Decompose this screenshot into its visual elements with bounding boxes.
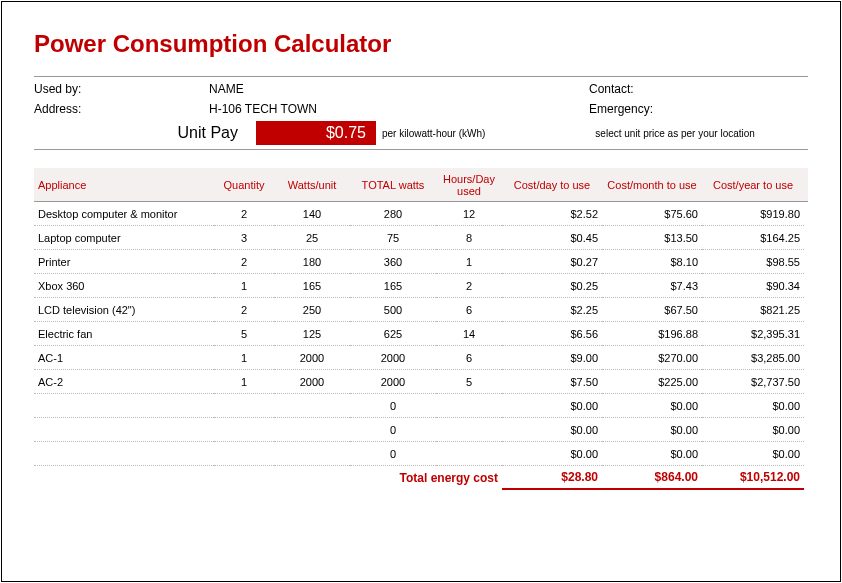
used-by-value[interactable]: NAME xyxy=(209,82,589,96)
table-row: AC-11200020006$9.00$270.00$3,285.00 xyxy=(34,346,808,370)
hours-day-cell[interactable]: 1 xyxy=(436,250,502,274)
hours-day-cell[interactable]: 6 xyxy=(436,298,502,322)
watts-unit-cell[interactable]: 125 xyxy=(274,322,350,346)
appliance-table: Appliance Quantity Watts/unit TOTAL watt… xyxy=(34,168,808,490)
table-row: 0$0.00$0.00$0.00 xyxy=(34,394,808,418)
total-watts-cell: 500 xyxy=(350,298,436,322)
cost-day-cell: $0.00 xyxy=(502,442,602,466)
info-block: Used by: NAME Contact: Address: H-106 TE… xyxy=(34,76,808,150)
appliance-cell[interactable]: Printer xyxy=(34,250,214,274)
cost-day-cell: $2.52 xyxy=(502,202,602,226)
cost-year-cell: $919.80 xyxy=(702,202,804,226)
table-row: Desktop computer & monitor214028012$2.52… xyxy=(34,202,808,226)
cost-year-cell: $3,285.00 xyxy=(702,346,804,370)
quantity-cell[interactable]: 1 xyxy=(214,274,274,298)
address-value[interactable]: H-106 TECH TOWN xyxy=(209,102,589,116)
table-row: 0$0.00$0.00$0.00 xyxy=(34,442,808,466)
watts-unit-cell[interactable] xyxy=(274,442,350,466)
hours-day-cell[interactable]: 5 xyxy=(436,370,502,394)
hours-day-cell[interactable]: 14 xyxy=(436,322,502,346)
appliance-cell[interactable] xyxy=(34,442,214,466)
table-row: Printer21803601$0.27$8.10$98.55 xyxy=(34,250,808,274)
hours-day-cell[interactable]: 2 xyxy=(436,274,502,298)
total-watts-cell: 0 xyxy=(350,418,436,442)
col-header-total-watts: TOTAL watts xyxy=(350,177,436,193)
cost-month-cell: $13.50 xyxy=(602,226,702,250)
watts-unit-cell[interactable]: 140 xyxy=(274,202,350,226)
watts-unit-cell[interactable]: 180 xyxy=(274,250,350,274)
total-watts-cell: 0 xyxy=(350,394,436,418)
cost-day-cell: $0.27 xyxy=(502,250,602,274)
col-header-cost-month: Cost/month to use xyxy=(602,177,702,193)
table-row: 0$0.00$0.00$0.00 xyxy=(34,418,808,442)
unit-pay-row: Unit Pay $0.75 per kilowatt-hour (kWh) s… xyxy=(34,119,808,147)
watts-unit-cell[interactable]: 2000 xyxy=(274,370,350,394)
total-row: Total energy cost $28.80 $864.00 $10,512… xyxy=(34,466,808,490)
cost-month-cell: $0.00 xyxy=(602,418,702,442)
hours-day-cell[interactable] xyxy=(436,442,502,466)
quantity-cell[interactable] xyxy=(214,418,274,442)
col-header-appliance: Appliance xyxy=(34,177,214,193)
appliance-cell[interactable]: AC-2 xyxy=(34,370,214,394)
table-row: Electric fan512562514$6.56$196.88$2,395.… xyxy=(34,322,808,346)
quantity-cell[interactable]: 3 xyxy=(214,226,274,250)
cost-month-cell: $196.88 xyxy=(602,322,702,346)
cost-year-cell: $164.25 xyxy=(702,226,804,250)
used-by-label: Used by: xyxy=(34,82,209,96)
appliance-cell[interactable]: Desktop computer & monitor xyxy=(34,202,214,226)
quantity-cell[interactable]: 2 xyxy=(214,250,274,274)
hours-day-cell[interactable] xyxy=(436,394,502,418)
cost-month-cell: $8.10 xyxy=(602,250,702,274)
hours-day-cell[interactable]: 8 xyxy=(436,226,502,250)
cost-day-cell: $0.00 xyxy=(502,418,602,442)
emergency-label: Emergency: xyxy=(589,102,808,116)
appliance-cell[interactable]: LCD television (42") xyxy=(34,298,214,322)
quantity-cell[interactable] xyxy=(214,394,274,418)
cost-month-cell: $225.00 xyxy=(602,370,702,394)
table-row: Laptop computer325758$0.45$13.50$164.25 xyxy=(34,226,808,250)
table-row: LCD television (42")22505006$2.25$67.50$… xyxy=(34,298,808,322)
quantity-cell[interactable]: 2 xyxy=(214,298,274,322)
page-title: Power Consumption Calculator xyxy=(34,30,808,58)
quantity-cell[interactable]: 1 xyxy=(214,346,274,370)
unit-pay-input[interactable]: $0.75 xyxy=(256,121,376,145)
quantity-cell[interactable]: 5 xyxy=(214,322,274,346)
total-label: Total energy cost xyxy=(436,466,502,490)
watts-unit-cell[interactable]: 250 xyxy=(274,298,350,322)
appliance-cell[interactable]: Laptop computer xyxy=(34,226,214,250)
total-cost-month: $864.00 xyxy=(602,466,702,490)
appliance-cell[interactable]: Electric fan xyxy=(34,322,214,346)
appliance-cell[interactable]: AC-1 xyxy=(34,346,214,370)
col-header-quantity: Quantity xyxy=(214,177,274,193)
total-watts-cell: 360 xyxy=(350,250,436,274)
hours-day-cell[interactable] xyxy=(436,418,502,442)
watts-unit-cell[interactable] xyxy=(274,418,350,442)
cost-month-cell: $75.60 xyxy=(602,202,702,226)
hours-day-cell[interactable]: 12 xyxy=(436,202,502,226)
hours-day-cell[interactable]: 6 xyxy=(436,346,502,370)
cost-month-cell: $7.43 xyxy=(602,274,702,298)
total-watts-cell: 165 xyxy=(350,274,436,298)
quantity-cell[interactable]: 2 xyxy=(214,202,274,226)
cost-day-cell: $9.00 xyxy=(502,346,602,370)
cost-month-cell: $67.50 xyxy=(602,298,702,322)
total-watts-cell: 0 xyxy=(350,442,436,466)
quantity-cell[interactable]: 1 xyxy=(214,370,274,394)
appliance-cell[interactable] xyxy=(34,418,214,442)
document-frame: Power Consumption Calculator Used by: NA… xyxy=(1,1,841,582)
unit-pay-note: per kilowatt-hour (kWh) xyxy=(376,128,485,139)
appliance-cell[interactable] xyxy=(34,394,214,418)
watts-unit-cell[interactable]: 2000 xyxy=(274,346,350,370)
cost-month-cell: $270.00 xyxy=(602,346,702,370)
watts-unit-cell[interactable]: 165 xyxy=(274,274,350,298)
cost-year-cell: $0.00 xyxy=(702,394,804,418)
cost-month-cell: $0.00 xyxy=(602,394,702,418)
address-label: Address: xyxy=(34,102,209,116)
cost-year-cell: $0.00 xyxy=(702,418,804,442)
col-header-hours-day: Hours/Day used xyxy=(436,171,502,199)
appliance-cell[interactable]: Xbox 360 xyxy=(34,274,214,298)
cost-month-cell: $0.00 xyxy=(602,442,702,466)
watts-unit-cell[interactable]: 25 xyxy=(274,226,350,250)
watts-unit-cell[interactable] xyxy=(274,394,350,418)
quantity-cell[interactable] xyxy=(214,442,274,466)
